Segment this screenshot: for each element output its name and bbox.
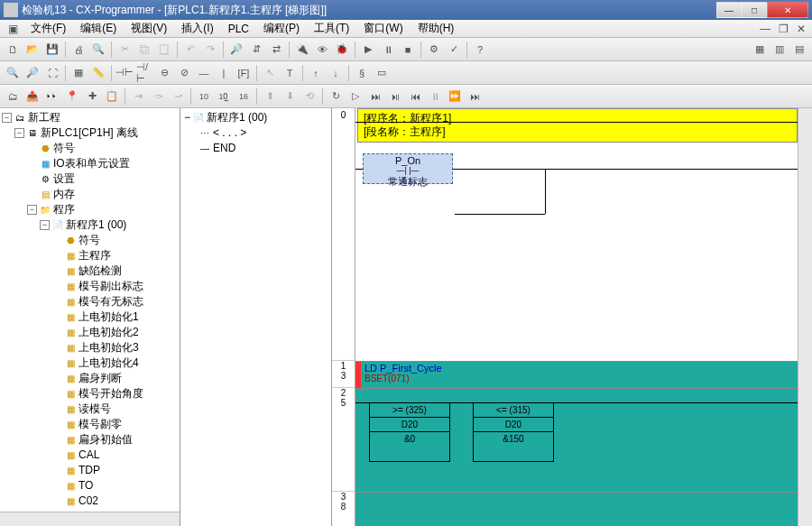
tree-sec-hasmark[interactable]: 模号有无标志 bbox=[78, 294, 143, 309]
menu-program[interactable]: 编程(P) bbox=[256, 19, 307, 38]
preview-icon[interactable]: 🔍 bbox=[89, 41, 107, 59]
text-icon[interactable]: T bbox=[281, 64, 299, 82]
tree-sec-init2[interactable]: 上电初始化2 bbox=[78, 325, 139, 340]
maximize-button[interactable]: □ bbox=[742, 2, 767, 18]
paste-icon[interactable]: 📋 bbox=[155, 41, 173, 59]
menu-view[interactable]: 视图(V) bbox=[124, 19, 174, 38]
tree-sec-defect[interactable]: 缺陷检测 bbox=[78, 263, 122, 279]
redo-icon[interactable]: ↷ bbox=[201, 41, 219, 59]
tree-sec-angle[interactable]: 模号开始角度 bbox=[78, 386, 143, 401]
tree-sec-to[interactable]: TO bbox=[78, 478, 93, 494]
compare-block-2[interactable]: <= (315) D20 &150 bbox=[473, 402, 554, 462]
tree-sec-init4[interactable]: 上电初始化4 bbox=[78, 355, 139, 371]
open-icon[interactable]: 📂 bbox=[23, 41, 42, 59]
tree-memory[interactable]: 内存 bbox=[53, 187, 75, 202]
cut-icon[interactable]: ✂ bbox=[115, 41, 134, 59]
sim-end-icon[interactable]: ⏭ bbox=[466, 88, 484, 106]
window-cascade-icon[interactable]: ▥ bbox=[770, 41, 789, 59]
radix-16-icon[interactable]: 16 bbox=[235, 88, 253, 106]
ladder-editor[interactable]: 0 13 25 38 [程序名：新程序1] [段名称：主程序] P_On —| … bbox=[332, 108, 812, 526]
tree-io[interactable]: IO表和单元设置 bbox=[53, 156, 130, 171]
section-icon[interactable]: § bbox=[353, 64, 371, 82]
sim-play-icon[interactable]: ▷ bbox=[346, 88, 364, 106]
tree-sec-init3[interactable]: 上电初始化3 bbox=[78, 340, 139, 355]
tree-sec-init1[interactable]: 上电初始化1 bbox=[78, 309, 139, 325]
compare-block-1[interactable]: >= (325) D20 &0 bbox=[369, 402, 450, 462]
minimize-button[interactable]: — bbox=[716, 2, 742, 18]
mid-ellipsis[interactable]: < . . . > bbox=[213, 125, 246, 141]
compare-icon[interactable]: ⇄ bbox=[267, 41, 285, 59]
force-on-icon[interactable]: ⬆ bbox=[261, 88, 279, 106]
view-output-icon[interactable]: 📤 bbox=[23, 88, 42, 106]
save-icon[interactable]: 💾 bbox=[43, 41, 61, 59]
rung-1[interactable]: LD P_First_Cycle BSET(071) bbox=[355, 361, 798, 388]
mid-end[interactable]: END bbox=[213, 141, 235, 156]
sim-ff-icon[interactable]: ⏩ bbox=[446, 88, 464, 106]
ruler-icon[interactable]: 📏 bbox=[89, 64, 107, 82]
coil-icon[interactable]: ⊖ bbox=[155, 64, 173, 82]
step-over-icon[interactable]: ⤼ bbox=[149, 88, 167, 106]
menu-help[interactable]: 帮助(H) bbox=[411, 19, 462, 38]
force-off-icon[interactable]: ⬇ bbox=[281, 88, 299, 106]
doc-restore-button[interactable]: ❐ bbox=[776, 22, 790, 36]
view-local-icon[interactable]: 📋 bbox=[103, 88, 121, 106]
zoomout-icon[interactable]: 🔎 bbox=[23, 64, 42, 82]
debug-icon[interactable]: 🐞 bbox=[333, 41, 351, 59]
tree-sec-cal[interactable]: CAL bbox=[78, 448, 99, 463]
pause-icon[interactable]: ⏸ bbox=[379, 41, 397, 59]
project-tree[interactable]: −🗂新工程 −🖥新PLC1[CP1H] 离线 ⬣符号 ▦IO表和单元设置 ⚙设置… bbox=[0, 108, 180, 512]
tree-sec-markout[interactable]: 模号剔出标志 bbox=[78, 279, 143, 294]
tree-sec-clear[interactable]: 模号剔零 bbox=[78, 417, 122, 432]
transfer-icon[interactable]: ⇵ bbox=[247, 41, 265, 59]
block-icon[interactable]: ▭ bbox=[373, 64, 391, 82]
grid-icon[interactable]: ▦ bbox=[69, 64, 88, 82]
vline-icon[interactable]: | bbox=[215, 64, 233, 82]
tree-sec-read[interactable]: 读模号 bbox=[78, 401, 111, 417]
new-icon[interactable]: 🗋 bbox=[4, 41, 22, 59]
contact-p-on[interactable]: P_On —| |— 常通标志 bbox=[363, 153, 453, 184]
doc-close-button[interactable]: ✕ bbox=[794, 22, 808, 36]
tree-symbols[interactable]: 符号 bbox=[53, 141, 75, 156]
tree-sec-symbols[interactable]: 符号 bbox=[78, 233, 100, 248]
close-button[interactable]: ✕ bbox=[767, 2, 808, 18]
sim-back-icon[interactable]: ⏮ bbox=[406, 88, 424, 106]
sim-restart-icon[interactable]: ↻ bbox=[327, 88, 345, 106]
tree-settings[interactable]: 设置 bbox=[53, 171, 75, 187]
tree-programs[interactable]: 程序 bbox=[53, 202, 75, 217]
pointer-icon[interactable]: ↖ bbox=[261, 64, 279, 82]
help-icon[interactable]: ? bbox=[471, 41, 489, 59]
compile-icon[interactable]: ⚙ bbox=[425, 41, 443, 59]
menu-plc[interactable]: PLC bbox=[221, 21, 256, 37]
find-icon[interactable]: 🔎 bbox=[227, 41, 245, 59]
tree-sec-tdp[interactable]: TDP bbox=[78, 463, 100, 478]
contact-nc-icon[interactable]: ⊣/⊢ bbox=[135, 64, 153, 82]
online-icon[interactable]: 🔌 bbox=[293, 41, 311, 59]
vertical-scrollbar[interactable] bbox=[798, 108, 812, 526]
copy-icon[interactable]: ⿻ bbox=[135, 41, 153, 59]
force-cancel-icon[interactable]: ⟲ bbox=[300, 88, 318, 106]
rung-2[interactable]: >= (325) D20 &0 <= (315) D20 &150 bbox=[355, 388, 798, 492]
doc-min-button[interactable]: — bbox=[758, 22, 772, 36]
rung-3[interactable] bbox=[355, 492, 798, 526]
menu-tools[interactable]: 工具(T) bbox=[307, 19, 356, 38]
rung-0[interactable]: [程序名：新程序1] [段名称：主程序] P_On —| |— 常通标志 PCo… bbox=[355, 108, 798, 361]
tree-sec-main[interactable]: 主程序 bbox=[78, 248, 111, 263]
window-layout-icon[interactable]: ▦ bbox=[751, 41, 769, 59]
view-watch-icon[interactable]: 👀 bbox=[43, 88, 61, 106]
zoom-icon[interactable]: 🔍 bbox=[4, 64, 22, 82]
tree-root[interactable]: 新工程 bbox=[28, 110, 60, 125]
play-icon[interactable]: ▶ bbox=[359, 41, 377, 59]
view-address-icon[interactable]: 📍 bbox=[63, 88, 81, 106]
menu-edit[interactable]: 编辑(E) bbox=[73, 19, 124, 38]
view-cross-icon[interactable]: ✚ bbox=[83, 88, 101, 106]
tree-program1[interactable]: 新程序1 (00) bbox=[66, 217, 126, 233]
radix-10s-icon[interactable]: 10̲ bbox=[215, 88, 233, 106]
view-project-icon[interactable]: 🗂 bbox=[4, 88, 22, 106]
tree-sec-body[interactable]: 扁身判断 bbox=[78, 371, 122, 386]
window-tile-icon[interactable]: ▤ bbox=[790, 41, 808, 59]
monitor-icon[interactable]: 👁 bbox=[313, 41, 331, 59]
radix-10-icon[interactable]: 10 bbox=[195, 88, 213, 106]
sim-pause-icon[interactable]: ⏸ bbox=[426, 88, 444, 106]
ladder-canvas[interactable]: [程序名：新程序1] [段名称：主程序] P_On —| |— 常通标志 PCo… bbox=[355, 108, 798, 526]
stop-icon[interactable]: ■ bbox=[399, 41, 417, 59]
